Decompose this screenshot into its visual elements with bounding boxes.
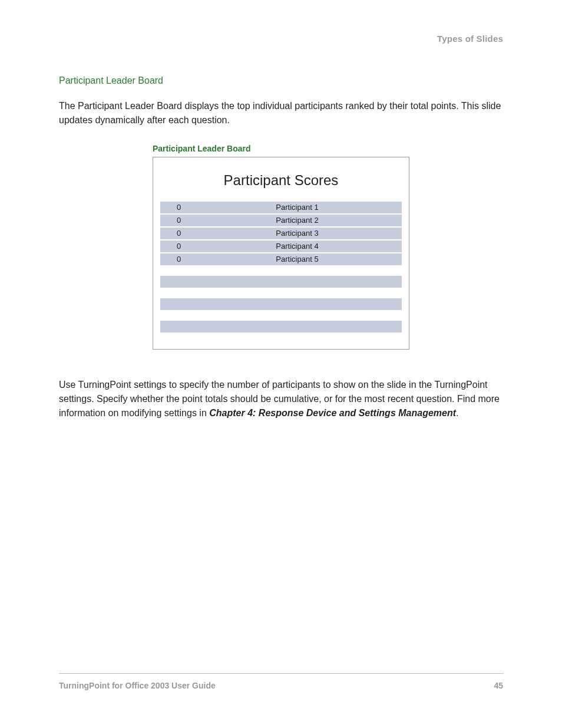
figure-box: Participant Scores 0 Participant 1 0 Par… [153,157,409,350]
participant-name: Participant 5 [195,254,399,265]
participant-name: Participant 4 [195,241,399,252]
table-row: 0 Participant 1 [160,202,402,213]
empty-row [160,321,402,332]
empty-row-gap [160,289,402,297]
page-footer: TurningPoint for Office 2003 User Guide … [59,673,503,691]
score-value: 0 [163,241,195,252]
score-value: 0 [163,202,195,213]
participant-name: Participant 1 [195,202,399,213]
empty-row [160,276,402,288]
figure-title: Participant Scores [160,170,402,191]
table-row: 0 Participant 4 [160,241,402,252]
followup-paragraph: Use TurningPoint settings to specify the… [59,378,503,420]
page: Types of Slides Participant Leader Board… [0,0,562,420]
table-row: 0 Participant 5 [160,253,402,265]
score-value: 0 [163,228,195,239]
footer-rule [59,673,503,674]
empty-row [160,298,402,310]
score-value: 0 [163,254,195,265]
footer-title: TurningPoint for Office 2003 User Guide [59,680,216,691]
intro-paragraph: The Participant Leader Board displays th… [59,99,503,127]
empty-row-gap [160,311,402,319]
followup-text-b: . [456,408,458,418]
figure-caption: Participant Leader Board [153,143,409,154]
chapter-reference: Chapter 4: Response Device and Settings … [209,408,456,418]
table-row: 0 Participant 2 [160,215,402,226]
participant-name: Participant 2 [195,215,399,226]
page-number: 45 [494,680,503,691]
running-header: Types of Slides [59,32,503,45]
participant-name: Participant 3 [195,228,399,239]
section-heading: Participant Leader Board [59,74,503,87]
empty-row-gap [160,266,402,275]
table-row: 0 Participant 3 [160,228,402,239]
score-value: 0 [163,215,195,226]
figure: Participant Leader Board Participant Sco… [59,143,503,350]
